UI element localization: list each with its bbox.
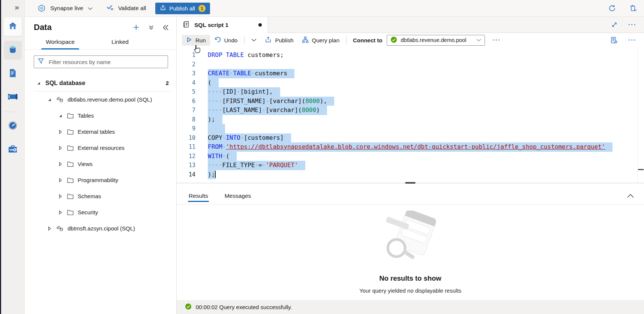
tree-item-tables[interactable]: Tables bbox=[25, 108, 176, 124]
run-play-icon bbox=[186, 37, 192, 44]
nav-monitor[interactable] bbox=[4, 117, 22, 136]
folder-icon bbox=[67, 177, 74, 183]
nav-integrate[interactable] bbox=[4, 88, 22, 107]
code-text: CREATE·TABLE·customers bbox=[208, 69, 294, 78]
code-line-12[interactable]: 12WITH·( bbox=[177, 152, 644, 161]
tree-item-label: Security bbox=[78, 209, 98, 215]
validate-all-button[interactable]: Validate all bbox=[106, 4, 146, 13]
splitter-handle[interactable] bbox=[405, 182, 416, 184]
chevron-collapsed-icon[interactable] bbox=[58, 146, 63, 150]
code-line-13[interactable]: 13····FILE_TYPE·=·'PARQUET' bbox=[177, 161, 644, 170]
chevron-collapsed-icon[interactable] bbox=[58, 210, 63, 215]
panel-title: Data bbox=[34, 22, 124, 32]
query-plan-label: Query plan bbox=[312, 37, 339, 43]
nav-data[interactable] bbox=[4, 41, 22, 60]
monitor-icon bbox=[8, 121, 18, 132]
properties-icon[interactable] bbox=[610, 36, 618, 44]
code-line-7[interactable]: 7····[LAST_NAME]·[varchar](8000) bbox=[177, 106, 644, 115]
tree-item-sql-database[interactable]: SQL database2 bbox=[25, 75, 176, 91]
sql-script-icon bbox=[183, 21, 190, 30]
refresh-icon[interactable] bbox=[608, 4, 616, 12]
chevron-collapsed-icon[interactable] bbox=[58, 162, 63, 166]
code-line-1[interactable]: 1DROP TABLE customers; bbox=[177, 51, 644, 60]
chevron-expanded-icon[interactable] bbox=[36, 81, 41, 85]
code-line-5[interactable]: 5····[ID]·[bigint], bbox=[177, 87, 644, 97]
no-results-illustration bbox=[375, 211, 446, 268]
editor-more-actions-icon[interactable]: ··· bbox=[628, 37, 636, 43]
discard-all-icon[interactable] bbox=[629, 4, 637, 12]
tree-item-label: dbtmsft.azsyn.cipool (SQL) bbox=[68, 225, 135, 232]
query-plan-button[interactable]: Query plan bbox=[298, 34, 344, 46]
code-line-11[interactable]: 11FROM·'https://dbtlabsynapsedatalake.bl… bbox=[177, 142, 644, 152]
code-text: ····[ID]·[bigint], bbox=[208, 87, 280, 97]
tab-more-actions-icon[interactable]: ··· bbox=[628, 21, 636, 28]
sql-code-editor[interactable]: 1DROP TABLE customers;23CREATE·TABLE·cus… bbox=[177, 47, 644, 183]
expand-editor-icon[interactable] bbox=[611, 21, 618, 28]
filter-input[interactable] bbox=[48, 58, 164, 66]
undo-icon bbox=[214, 37, 221, 44]
dropdown-chevron-icon bbox=[476, 39, 481, 42]
code-text: FROM·'https://dbtlabsynapsedatalake.blob… bbox=[208, 142, 612, 152]
publish-upload-icon bbox=[265, 36, 272, 44]
status-bar: 00:00:02 Query executed successfully. bbox=[177, 300, 644, 314]
folder-icon bbox=[67, 113, 74, 118]
code-line-10[interactable]: 10COPY·INTO·[customers] bbox=[177, 133, 644, 143]
chevron-collapsed-icon[interactable] bbox=[58, 130, 63, 134]
tree-item-label: Views bbox=[78, 161, 93, 167]
tree-item-security[interactable]: Security bbox=[25, 204, 176, 220]
tree-item-dbtmsft-azsyn-cipool-sql[interactable]: dbtmsft.azsyn.cipool (SQL) bbox=[25, 220, 176, 236]
chevron-collapsed-icon[interactable] bbox=[58, 178, 63, 182]
line-number: 3 bbox=[177, 69, 195, 78]
code-line-9[interactable]: 9 bbox=[177, 124, 644, 133]
mode-label: Synapse live bbox=[50, 5, 83, 12]
code-line-6[interactable]: 6····[FIRST_NAME]·[varchar](8000), bbox=[177, 97, 644, 106]
top-bar: Synapse live Validate all Publish all 1 bbox=[25, 0, 644, 17]
nav-manage[interactable] bbox=[4, 141, 22, 159]
chevron-expanded-icon[interactable] bbox=[58, 114, 63, 118]
tab-workspace[interactable]: Workspace bbox=[41, 34, 79, 49]
tree-item-schemas[interactable]: Schemas bbox=[25, 188, 176, 204]
pool-select-dropdown[interactable]: dbtlabs.revenue.demo.pool bbox=[387, 35, 485, 46]
code-line-8[interactable]: 8); bbox=[177, 115, 644, 124]
line-number: 11 bbox=[177, 142, 195, 152]
undo-button[interactable]: Undo bbox=[210, 35, 242, 46]
chevron-collapsed-icon[interactable] bbox=[58, 194, 63, 199]
expand-rail-button[interactable]: » bbox=[13, 1, 21, 12]
undo-label: Undo bbox=[224, 37, 238, 43]
results-tab-bar: Results Messages bbox=[177, 187, 644, 205]
tree-item-external-resources[interactable]: External resources bbox=[25, 140, 176, 156]
run-button[interactable]: Run bbox=[182, 35, 210, 46]
toolbar-more-actions-icon[interactable]: ··· bbox=[492, 37, 501, 43]
resource-tree: SQL database2dbtlabs.revenue.demo.pool (… bbox=[25, 71, 176, 314]
scrollbar-marker[interactable] bbox=[638, 169, 644, 170]
code-line-3[interactable]: 3CREATE·TABLE·customers bbox=[177, 69, 644, 78]
tab-sql-script-1[interactable]: SQL script 1 bbox=[177, 17, 268, 33]
nav-develop[interactable] bbox=[4, 64, 22, 83]
tab-results[interactable]: Results bbox=[188, 188, 209, 203]
synapse-live-selector[interactable]: Synapse live bbox=[38, 4, 93, 12]
collapse-results-icon[interactable] bbox=[627, 194, 644, 198]
tree-item-programmability[interactable]: Programmability bbox=[25, 172, 176, 188]
filter-funnel-icon bbox=[38, 58, 44, 66]
tree-item-dbtlabs-revenue-demo-pool-sql[interactable]: dbtlabs.revenue.demo.pool (SQL) bbox=[25, 91, 176, 108]
nav-home[interactable] bbox=[4, 17, 22, 36]
collapse-panel-icon[interactable] bbox=[162, 25, 169, 30]
tab-messages[interactable]: Messages bbox=[224, 188, 252, 203]
code-line-4[interactable]: 4( bbox=[177, 78, 644, 88]
code-line-2[interactable]: 2 bbox=[177, 60, 644, 69]
run-options-dropdown[interactable] bbox=[247, 37, 261, 43]
chevron-collapsed-icon[interactable] bbox=[47, 226, 52, 231]
collapse-all-icon[interactable] bbox=[148, 24, 154, 30]
line-number: 9 bbox=[177, 124, 195, 133]
query-plan-icon bbox=[302, 36, 309, 44]
success-check-icon bbox=[185, 303, 192, 311]
tree-item-external-tables[interactable]: External tables bbox=[25, 124, 176, 140]
tree-item-views[interactable]: Views bbox=[25, 156, 176, 172]
code-line-14[interactable]: 14); bbox=[177, 170, 644, 179]
publish-all-button[interactable]: Publish all 1 bbox=[155, 3, 210, 14]
tab-linked[interactable]: Linked bbox=[107, 34, 133, 49]
add-resource-icon[interactable] bbox=[132, 24, 140, 31]
chevron-expanded-icon[interactable] bbox=[47, 97, 52, 102]
publish-button[interactable]: Publish bbox=[261, 34, 297, 46]
code-text: ); bbox=[208, 115, 222, 124]
